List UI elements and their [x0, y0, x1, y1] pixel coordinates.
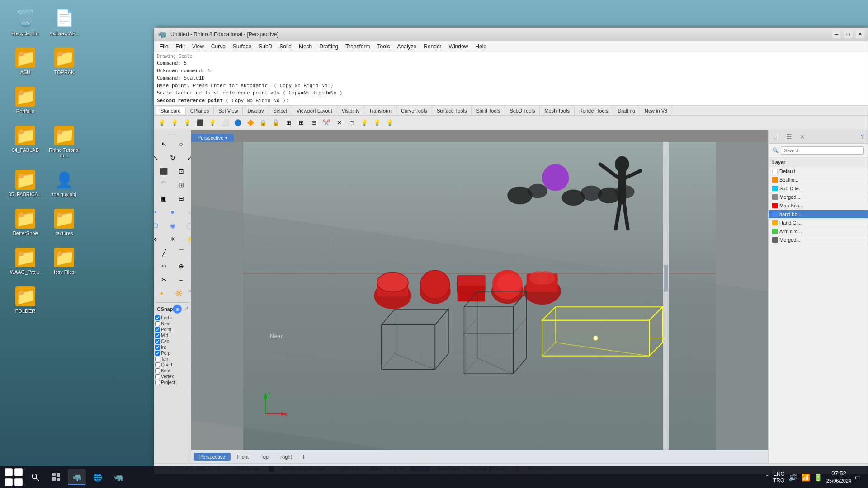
- osnap-knot-check[interactable]: [155, 368, 160, 373]
- menu-mesh[interactable]: Mesh: [295, 42, 316, 51]
- menu-analyze[interactable]: Analyze: [394, 42, 420, 51]
- osnap-mid-check[interactable]: [155, 333, 160, 338]
- desktop-icon-portfolio[interactable]: 📁 Portfolio: [7, 87, 43, 114]
- desktop-icon-recycle[interactable]: 🗑️ Recycle Bin: [7, 7, 43, 36]
- tab-display[interactable]: Display: [243, 107, 269, 114]
- tab-transform[interactable]: Transform: [364, 107, 396, 114]
- gumball-tool[interactable]: 🔸: [154, 287, 170, 300]
- desktop-icon-toprak[interactable]: 📁 TOPRAK: [46, 48, 82, 75]
- tb-grid1-icon[interactable]: ⊞: [283, 117, 294, 129]
- tab-curve-tools[interactable]: Curve Tools: [396, 107, 432, 114]
- tab-mesh-tools[interactable]: Mesh Tools: [540, 107, 574, 114]
- start-button[interactable]: [4, 469, 24, 485]
- tab-solid-tools[interactable]: Solid Tools: [472, 107, 505, 114]
- mesh-prim-tool[interactable]: ⬡: [154, 219, 164, 232]
- taskbar-rhino-btn[interactable]: 🦏: [68, 469, 86, 485]
- taskbar-chrome-btn[interactable]: 🌐: [89, 469, 107, 485]
- line-tool[interactable]: ╱: [156, 246, 172, 259]
- tab-standard[interactable]: Standard: [156, 107, 186, 114]
- layer-item-armcirc[interactable]: Arm circ...: [769, 227, 868, 236]
- tray-network-icon[interactable]: 📶: [801, 473, 810, 482]
- desktop-icon-folder[interactable]: 📁 FOLDER: [7, 286, 43, 314]
- viewport-area[interactable]: Perspective ▾: [191, 130, 768, 463]
- osnap-near-check[interactable]: [155, 321, 160, 326]
- tb-light5-icon[interactable]: 💡: [359, 117, 370, 129]
- hatch-tool[interactable]: ⊕: [173, 260, 189, 272]
- vp-tab-dropdown[interactable]: ▾: [225, 136, 227, 141]
- osnap-point-check[interactable]: [155, 327, 160, 332]
- layer-item-handci[interactable]: Hand Ci...: [769, 219, 868, 227]
- menu-transform[interactable]: Transform: [342, 42, 373, 51]
- tb-light2-icon[interactable]: 💡: [169, 117, 180, 129]
- tb-x-icon[interactable]: ✕: [333, 117, 345, 129]
- point-tool[interactable]: ⊡: [173, 165, 189, 178]
- analyze-tool[interactable]: ⚡: [182, 233, 192, 245]
- rp-tab-properties[interactable]: ☰: [782, 130, 796, 144]
- desktop-icon-fabrica[interactable]: 📁 05_FABRICA...: [7, 170, 43, 197]
- osnap-project-check[interactable]: [155, 380, 160, 385]
- layer-item-merged1[interactable]: Merged...: [769, 193, 868, 202]
- taskbar-search-btn[interactable]: [26, 469, 44, 485]
- menu-surface[interactable]: Surface: [229, 42, 255, 51]
- mirror-tool[interactable]: ⊞: [173, 178, 189, 191]
- viewport-scrollbar[interactable]: [663, 142, 669, 450]
- expand-tools-btn[interactable]: »: [188, 287, 191, 300]
- tray-up-icon[interactable]: ⌃: [765, 474, 769, 480]
- osnap-filter-icon[interactable]: ⊿: [184, 305, 189, 314]
- trim-tool[interactable]: ✂: [156, 273, 172, 286]
- osnap-vertex-check[interactable]: [155, 374, 160, 379]
- desktop-icon-theguy[interactable]: 👤 the guy.obj: [46, 170, 82, 197]
- polyline-tool[interactable]: ⌒: [173, 246, 189, 259]
- taskbar-widgets-btn[interactable]: [47, 469, 65, 485]
- osnap-quad-check[interactable]: [155, 362, 160, 367]
- desktop-icon-fablab[interactable]: 📁 04_FABLAB: [7, 126, 43, 158]
- tb-grid2-icon[interactable]: ⊞: [295, 117, 307, 129]
- menu-file[interactable]: File: [156, 42, 172, 51]
- osnap-perp-check[interactable]: [155, 351, 160, 356]
- taskbar-yak-btn[interactable]: 🦏: [109, 469, 127, 485]
- maximize-button[interactable]: □: [844, 30, 852, 38]
- tb-cube-icon[interactable]: ⬛: [194, 117, 206, 129]
- layer-item-boullio[interactable]: Boullio...: [769, 176, 868, 184]
- menu-curve[interactable]: Curve: [208, 42, 229, 51]
- scale-tool[interactable]: ⤢: [182, 151, 192, 164]
- desktop-icon-axidraw[interactable]: 📄 AxiDraw AP...: [46, 7, 82, 36]
- tab-cplanes[interactable]: CPlanes: [186, 107, 214, 114]
- box-prim-tool[interactable]: ▪: [154, 206, 164, 218]
- tb-light6-icon[interactable]: 💡: [371, 117, 383, 129]
- rp-tab-layers[interactable]: ≡: [769, 130, 782, 144]
- tab-viewport-layout[interactable]: Viewport Layout: [292, 107, 337, 114]
- rp-tab-close[interactable]: ✕: [796, 130, 809, 144]
- osnap-cen-check[interactable]: [155, 339, 160, 344]
- layer-item-handbo[interactable]: hand bo...: [769, 210, 868, 219]
- desktop-icon-waag[interactable]: 📁 WAAG_Proj...: [7, 248, 43, 275]
- desktop-icon-asu[interactable]: 📁 ASU: [7, 48, 43, 75]
- tb-light7-icon[interactable]: 💡: [384, 117, 396, 129]
- vp-bottom-perspective[interactable]: Perspective: [194, 453, 231, 461]
- tab-drafting[interactable]: Drafting: [613, 107, 641, 114]
- array-tool[interactable]: ⊟: [173, 192, 189, 205]
- osnap-end-expand[interactable]: »: [170, 316, 172, 320]
- circle-select-tool[interactable]: ○: [173, 138, 189, 150]
- minimize-button[interactable]: ─: [832, 30, 840, 38]
- search-input[interactable]: [781, 146, 864, 155]
- tb-light-icon[interactable]: 💡: [156, 117, 168, 129]
- osnap-end-check[interactable]: [155, 315, 160, 320]
- vp-tab-perspective[interactable]: Perspective ▾: [191, 134, 234, 142]
- desktop-icon-issy[interactable]: 📁 Issy Files: [46, 248, 82, 275]
- taskbar-clock[interactable]: 07:52 25/06/2024: [826, 470, 851, 484]
- cyl-prim-tool[interactable]: ○: [182, 206, 192, 218]
- desktop-icon-rhino-tutorial[interactable]: 📁 Rhino Tutorial m...: [46, 126, 82, 158]
- rp-help-btn[interactable]: ?: [857, 133, 868, 140]
- menu-window[interactable]: Window: [445, 42, 472, 51]
- tab-visibility[interactable]: Visibility: [337, 107, 365, 114]
- osnap-tan-check[interactable]: [155, 357, 160, 361]
- layer-item-subd[interactable]: Sub D te...: [769, 184, 868, 193]
- tb-render-icon[interactable]: 🔶: [245, 117, 256, 129]
- tb-view-icon[interactable]: ◻: [346, 117, 358, 129]
- rotate-tool[interactable]: ↻: [165, 151, 181, 164]
- desktop-icon-textures[interactable]: 📁 textures: [46, 209, 82, 236]
- subd-tool[interactable]: ⋄: [154, 233, 164, 245]
- vp-add-tab[interactable]: +: [298, 452, 309, 462]
- close-button[interactable]: ✕: [856, 30, 864, 38]
